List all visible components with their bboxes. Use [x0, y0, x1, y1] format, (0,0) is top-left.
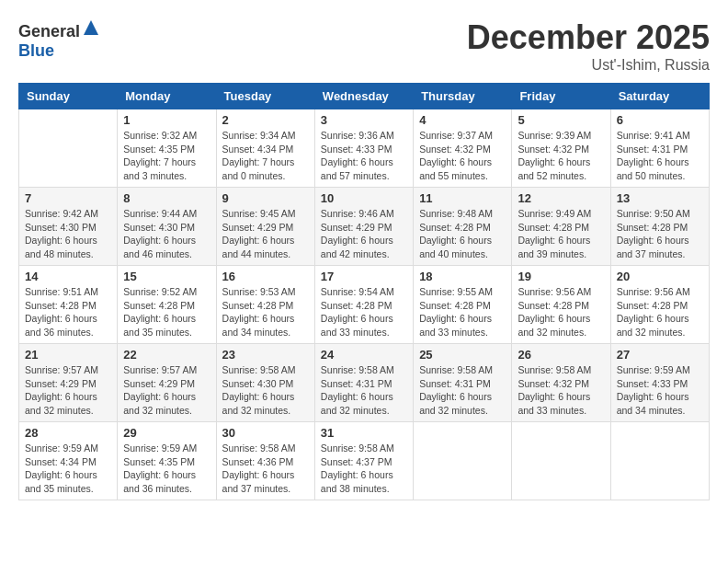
day-info: Sunrise: 9:58 AM Sunset: 4:36 PM Dayligh…	[222, 442, 309, 496]
weekday-header-friday: Friday	[512, 84, 610, 109]
day-number: 11	[419, 191, 506, 205]
calendar-cell: 24Sunrise: 9:58 AM Sunset: 4:31 PM Dayli…	[314, 344, 413, 422]
month-title: December 2025	[467, 18, 710, 57]
day-number: 21	[25, 348, 111, 362]
calendar-cell: 25Sunrise: 9:58 AM Sunset: 4:31 PM Dayli…	[414, 344, 512, 422]
day-info: Sunrise: 9:59 AM Sunset: 4:34 PM Dayligh…	[25, 442, 111, 496]
day-number: 9	[222, 191, 309, 205]
weekday-header-saturday: Saturday	[610, 84, 709, 109]
calendar-cell: 14Sunrise: 9:51 AM Sunset: 4:28 PM Dayli…	[19, 266, 118, 344]
day-number: 10	[321, 191, 407, 205]
day-number: 18	[419, 270, 506, 283]
day-info: Sunrise: 9:41 AM Sunset: 4:31 PM Dayligh…	[617, 129, 703, 183]
day-info: Sunrise: 9:58 AM Sunset: 4:30 PM Dayligh…	[222, 363, 309, 418]
day-number: 8	[123, 191, 210, 205]
day-number: 22	[123, 348, 210, 362]
day-info: Sunrise: 9:57 AM Sunset: 4:29 PM Dayligh…	[123, 363, 210, 418]
day-number: 30	[222, 426, 309, 440]
day-number: 31	[321, 426, 407, 440]
calendar-week-5: 28Sunrise: 9:59 AM Sunset: 4:34 PM Dayli…	[19, 422, 710, 500]
calendar-cell: 10Sunrise: 9:46 AM Sunset: 4:29 PM Dayli…	[314, 188, 413, 266]
calendar-cell: 30Sunrise: 9:58 AM Sunset: 4:36 PM Dayli…	[216, 422, 314, 500]
calendar-cell	[512, 422, 610, 500]
calendar-cell: 7Sunrise: 9:42 AM Sunset: 4:30 PM Daylig…	[19, 188, 118, 266]
day-number: 16	[222, 270, 309, 283]
day-number: 17	[321, 270, 407, 283]
day-number: 29	[123, 426, 210, 440]
day-number: 6	[617, 113, 703, 127]
calendar-cell: 22Sunrise: 9:57 AM Sunset: 4:29 PM Dayli…	[118, 344, 216, 422]
calendar-cell: 29Sunrise: 9:59 AM Sunset: 4:35 PM Dayli…	[118, 422, 216, 500]
day-number: 14	[25, 270, 111, 283]
day-info: Sunrise: 9:50 AM Sunset: 4:28 PM Dayligh…	[617, 207, 703, 261]
day-info: Sunrise: 9:57 AM Sunset: 4:29 PM Dayligh…	[25, 363, 111, 418]
day-info: Sunrise: 9:44 AM Sunset: 4:30 PM Dayligh…	[123, 207, 210, 261]
day-info: Sunrise: 9:59 AM Sunset: 4:33 PM Dayligh…	[617, 363, 703, 418]
day-number: 4	[419, 113, 506, 127]
weekday-header-row: SundayMondayTuesdayWednesdayThursdayFrid…	[19, 84, 710, 109]
day-info: Sunrise: 9:56 AM Sunset: 4:28 PM Dayligh…	[518, 285, 604, 339]
calendar-cell: 21Sunrise: 9:57 AM Sunset: 4:29 PM Dayli…	[19, 344, 118, 422]
day-info: Sunrise: 9:48 AM Sunset: 4:28 PM Dayligh…	[419, 207, 506, 261]
day-info: Sunrise: 9:58 AM Sunset: 4:31 PM Dayligh…	[419, 363, 506, 418]
day-info: Sunrise: 9:58 AM Sunset: 4:37 PM Dayligh…	[321, 442, 407, 496]
day-number: 7	[25, 191, 111, 205]
day-info: Sunrise: 9:59 AM Sunset: 4:35 PM Dayligh…	[123, 442, 210, 496]
day-info: Sunrise: 9:52 AM Sunset: 4:28 PM Dayligh…	[123, 285, 210, 339]
calendar-cell: 13Sunrise: 9:50 AM Sunset: 4:28 PM Dayli…	[610, 188, 709, 266]
day-number: 1	[123, 113, 210, 127]
calendar-cell: 27Sunrise: 9:59 AM Sunset: 4:33 PM Dayli…	[610, 344, 709, 422]
calendar-cell: 26Sunrise: 9:58 AM Sunset: 4:32 PM Dayli…	[512, 344, 610, 422]
day-info: Sunrise: 9:58 AM Sunset: 4:31 PM Dayligh…	[321, 363, 407, 418]
calendar-cell	[414, 422, 512, 500]
calendar-week-4: 21Sunrise: 9:57 AM Sunset: 4:29 PM Dayli…	[19, 344, 710, 422]
calendar-week-3: 14Sunrise: 9:51 AM Sunset: 4:28 PM Dayli…	[19, 266, 710, 344]
day-number: 25	[419, 348, 506, 362]
day-number: 2	[222, 113, 309, 127]
day-number: 15	[123, 270, 210, 283]
day-number: 3	[321, 113, 407, 127]
weekday-header-sunday: Sunday	[19, 84, 118, 109]
page-header: General Blue December 2025 Ust'-Ishim, R…	[18, 18, 710, 74]
day-info: Sunrise: 9:55 AM Sunset: 4:28 PM Dayligh…	[419, 285, 506, 339]
calendar-cell: 16Sunrise: 9:53 AM Sunset: 4:28 PM Dayli…	[216, 266, 314, 344]
day-number: 24	[321, 348, 407, 362]
title-block: December 2025 Ust'-Ishim, Russia	[467, 18, 710, 74]
day-info: Sunrise: 9:46 AM Sunset: 4:29 PM Dayligh…	[321, 207, 407, 261]
calendar-cell: 12Sunrise: 9:49 AM Sunset: 4:28 PM Dayli…	[512, 188, 610, 266]
day-number: 26	[518, 348, 604, 362]
calendar-cell	[610, 422, 709, 500]
logo-blue: Blue	[18, 41, 54, 60]
calendar-cell: 28Sunrise: 9:59 AM Sunset: 4:34 PM Dayli…	[19, 422, 118, 500]
day-number: 12	[518, 191, 604, 205]
day-info: Sunrise: 9:32 AM Sunset: 4:35 PM Dayligh…	[123, 129, 210, 183]
calendar-cell: 20Sunrise: 9:56 AM Sunset: 4:28 PM Dayli…	[610, 266, 709, 344]
calendar-cell: 3Sunrise: 9:36 AM Sunset: 4:33 PM Daylig…	[314, 109, 413, 188]
day-number: 19	[518, 270, 604, 283]
calendar-cell: 19Sunrise: 9:56 AM Sunset: 4:28 PM Dayli…	[512, 266, 610, 344]
calendar-week-2: 7Sunrise: 9:42 AM Sunset: 4:30 PM Daylig…	[19, 188, 710, 266]
day-number: 27	[617, 348, 703, 362]
weekday-header-thursday: Thursday	[414, 84, 512, 109]
weekday-header-monday: Monday	[118, 84, 216, 109]
day-info: Sunrise: 9:39 AM Sunset: 4:32 PM Dayligh…	[518, 129, 604, 183]
day-number: 13	[617, 191, 703, 205]
day-info: Sunrise: 9:45 AM Sunset: 4:29 PM Dayligh…	[222, 207, 309, 261]
calendar-cell: 8Sunrise: 9:44 AM Sunset: 4:30 PM Daylig…	[118, 188, 216, 266]
day-info: Sunrise: 9:36 AM Sunset: 4:33 PM Dayligh…	[321, 129, 407, 183]
calendar-cell: 2Sunrise: 9:34 AM Sunset: 4:34 PM Daylig…	[216, 109, 314, 188]
calendar-cell: 6Sunrise: 9:41 AM Sunset: 4:31 PM Daylig…	[610, 109, 709, 188]
calendar-table: SundayMondayTuesdayWednesdayThursdayFrid…	[18, 83, 710, 500]
location-title: Ust'-Ishim, Russia	[467, 57, 710, 74]
logo-icon	[82, 18, 100, 37]
calendar-cell: 17Sunrise: 9:54 AM Sunset: 4:28 PM Dayli…	[314, 266, 413, 344]
day-number: 20	[617, 270, 703, 283]
day-number: 28	[25, 426, 111, 440]
calendar-week-1: 1Sunrise: 9:32 AM Sunset: 4:35 PM Daylig…	[19, 109, 710, 188]
calendar-cell: 18Sunrise: 9:55 AM Sunset: 4:28 PM Dayli…	[414, 266, 512, 344]
weekday-header-wednesday: Wednesday	[314, 84, 413, 109]
calendar-cell: 31Sunrise: 9:58 AM Sunset: 4:37 PM Dayli…	[314, 422, 413, 500]
weekday-header-tuesday: Tuesday	[216, 84, 314, 109]
day-info: Sunrise: 9:56 AM Sunset: 4:28 PM Dayligh…	[617, 285, 703, 339]
day-info: Sunrise: 9:54 AM Sunset: 4:28 PM Dayligh…	[321, 285, 407, 339]
